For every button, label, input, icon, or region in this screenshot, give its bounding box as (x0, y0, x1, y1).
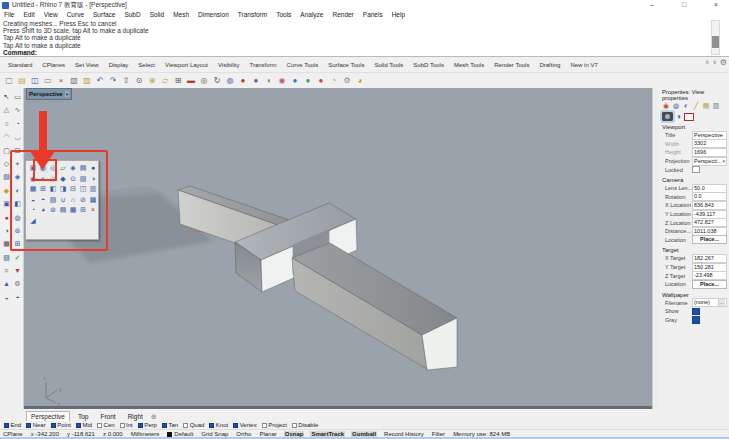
gear-icon[interactable]: ⚙ (720, 58, 727, 67)
osnap-checkbox[interactable] (120, 423, 125, 428)
properties-tab-icon[interactable]: ◉ (662, 102, 670, 110)
osnap-checkbox[interactable] (26, 423, 31, 428)
osnap-checkbox[interactable] (162, 423, 167, 428)
menu-item[interactable]: Transform (238, 11, 267, 18)
flyout-tool-icon[interactable]: ◓ (38, 195, 48, 205)
toolbar-icon[interactable]: ▭ (42, 75, 54, 87)
window-control-button[interactable]: × (711, 0, 721, 10)
flyout-tool-icon[interactable]: ▩ (88, 195, 98, 205)
osnap-toggle[interactable]: Knot (209, 422, 228, 428)
tool-icon[interactable]: ◐ (12, 184, 23, 197)
scroll-down-icon[interactable]: ∨ (712, 60, 716, 65)
osnap-toggle[interactable]: Tan (162, 422, 178, 428)
tool-icon[interactable]: ▣ (1, 197, 12, 210)
properties-tab-icon[interactable]: ╱ (692, 102, 700, 110)
flyout-tool-icon[interactable]: ▱ (58, 163, 68, 173)
flyout-tool-icon[interactable]: ▦ (28, 184, 38, 194)
tool-icon[interactable]: ◇ (1, 157, 12, 170)
command-scrollbar[interactable] (711, 20, 720, 55)
tool-icon[interactable]: ◔ (12, 117, 23, 130)
command-history[interactable]: Creating meshes... Press Esc to cancelPr… (0, 19, 729, 57)
material-icon[interactable]: ◑ (676, 112, 681, 121)
toolbar-icon[interactable]: ● (302, 75, 314, 87)
toolbar-icon[interactable]: ▧ (68, 75, 80, 87)
tool-icon[interactable]: ◒ (1, 291, 12, 304)
tool-icon[interactable]: ▧ (1, 170, 12, 183)
flyout-tool-icon[interactable]: ◨ (58, 184, 68, 194)
camera-icon[interactable] (662, 112, 673, 121)
osnap-toggle[interactable]: Int (120, 422, 133, 428)
toolbar-icon[interactable]: ◖ (263, 75, 275, 87)
osnap-checkbox[interactable] (292, 423, 297, 428)
tool-icon[interactable]: ▦ (1, 237, 12, 250)
osnap-toggle[interactable]: Cen (97, 422, 115, 428)
tool-icon[interactable]: ▢ (1, 144, 12, 157)
osnap-checkbox[interactable] (183, 423, 188, 428)
osnap-toggle[interactable]: Quad (183, 422, 204, 428)
properties-tab-icon[interactable]: ◍ (672, 102, 680, 110)
tool-icon[interactable]: ⊞ (12, 237, 23, 250)
toolbar-icon[interactable]: ⊕ (146, 75, 158, 87)
osnap-checkbox[interactable] (138, 423, 143, 428)
toolbar-tab[interactable]: Viewport Layout (165, 62, 208, 68)
menu-item[interactable]: Curve (67, 11, 84, 18)
toolbar-tab[interactable]: Drafting (539, 62, 560, 68)
flyout-tool-icon[interactable]: ◕ (38, 205, 48, 215)
toolbar-icon[interactable]: ↷ (107, 75, 119, 87)
flyout-tool-icon[interactable]: ◫ (78, 184, 88, 194)
flyout-tool-icon[interactable]: ∩ (68, 195, 78, 205)
toolbar-icon[interactable]: ▤ (16, 75, 28, 87)
menu-item[interactable]: SubD (124, 11, 140, 18)
properties-tab-icon[interactable]: ▥ (712, 102, 720, 110)
flyout-tool-icon[interactable]: ⊞ (38, 184, 48, 194)
command-scrollbar-thumb[interactable] (712, 36, 719, 48)
toolbar-tab[interactable]: Visibility (218, 62, 240, 68)
tool-icon[interactable]: ⌖ (12, 157, 23, 170)
tool-icon[interactable]: ◡ (12, 130, 23, 143)
menu-item[interactable]: Solid (150, 11, 164, 18)
toolbar-tab[interactable]: Surface Tools (328, 62, 364, 68)
toolbar-tab[interactable]: Transform (249, 62, 276, 68)
toolbar-icon[interactable]: ↶ (94, 75, 106, 87)
tool-icon[interactable]: ⊚ (12, 224, 23, 237)
menu-item[interactable]: Dimension (198, 11, 229, 18)
flyout-tool-icon[interactable]: ◍ (38, 163, 48, 173)
scroll-up-icon[interactable]: ∧ (705, 60, 709, 65)
property-value[interactable] (692, 308, 700, 316)
flyout-tool-icon[interactable]: ◧ (48, 184, 58, 194)
toolbar-tab[interactable]: New in V7 (570, 62, 597, 68)
property-value[interactable] (692, 166, 700, 174)
toolbar-icon[interactable]: ⇧ (120, 75, 132, 87)
toolbar-icon[interactable]: ⚙ (341, 75, 353, 87)
osnap-toggle[interactable]: Near (26, 422, 46, 428)
menu-item[interactable]: Mesh (173, 11, 189, 18)
viewport-rect-icon[interactable] (684, 113, 694, 121)
tool-icon[interactable]: ◧ (12, 197, 23, 210)
toolbar-tab[interactable]: Mesh Tools (454, 62, 484, 68)
flyout-tool-icon[interactable]: ▧ (78, 174, 88, 184)
toolbar-icon[interactable]: ▱ (159, 75, 171, 87)
osnap-toggle[interactable]: Point (51, 422, 71, 428)
tool-icon[interactable]: ▼ (12, 264, 23, 277)
flyout-tool-icon[interactable]: ⊚ (48, 205, 58, 215)
toolbar-tab[interactable]: Set View (75, 62, 99, 68)
viewport-tab[interactable]: Top (74, 412, 92, 421)
tool-icon[interactable]: ◈ (12, 170, 23, 183)
toolbar-icon[interactable]: ↻ (211, 75, 223, 87)
toolbar-icon[interactable]: × (55, 75, 67, 87)
osnap-toggle[interactable]: Vertex (233, 422, 257, 428)
flyout-tool-icon[interactable]: ◑ (88, 174, 98, 184)
osnap-toggle[interactable]: Disable (292, 422, 319, 428)
tool-icon[interactable]: ∿ (12, 103, 23, 116)
toolbar-icon[interactable]: ◉ (276, 75, 288, 87)
flyout-tool-icon[interactable]: ◔ (28, 205, 38, 215)
toolbar-icon[interactable]: ◍ (224, 75, 236, 87)
flyout-tool-icon[interactable]: ◉ (28, 174, 38, 184)
osnap-checkbox[interactable] (262, 423, 267, 428)
flyout-tool-icon[interactable]: ◒ (28, 195, 38, 205)
toolbar-tab[interactable]: Standard (8, 62, 32, 68)
property-value[interactable]: Perspecti... (692, 157, 727, 166)
viewport-tab[interactable]: Right (124, 412, 147, 421)
tool-icon[interactable]: ▲ (1, 277, 12, 290)
flyout-tool-icon[interactable]: ∪ (58, 195, 68, 205)
